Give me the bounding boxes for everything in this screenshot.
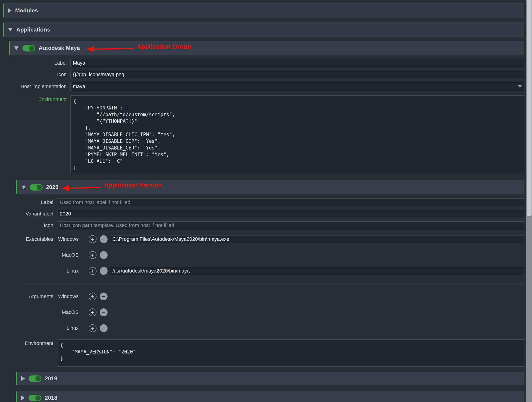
maya-group-fields: Label Icon Host implementation maya Envi…: [0, 59, 525, 174]
add-item-button[interactable]: +: [89, 267, 96, 275]
maya-enabled-toggle[interactable]: [22, 45, 35, 52]
version-icon-input[interactable]: [57, 221, 525, 229]
field-row-environment: Environment { "PYTHONPATH": [ "//path/to…: [0, 95, 525, 174]
version-header-2018[interactable]: 2018: [16, 391, 524, 402]
remove-item-button[interactable]: −: [100, 324, 108, 332]
field-row-label: Label: [0, 198, 525, 206]
toggle-knob: [35, 376, 41, 381]
version-2019-title: 2019: [45, 375, 57, 382]
version-label-input[interactable]: [57, 198, 525, 206]
version-2020-enabled-toggle[interactable]: [30, 184, 43, 191]
field-row-icon: Icon: [0, 71, 525, 78]
environment-label: Environment: [0, 95, 67, 102]
section-header-modules[interactable]: Modules: [3, 3, 524, 18]
host-implementation-value: maya: [73, 84, 518, 90]
icon-field-label: Icon: [0, 71, 67, 78]
environment-label: Environment: [0, 339, 53, 346]
variant-label-input[interactable]: [57, 210, 525, 218]
toggle-knob: [35, 395, 41, 401]
field-row-environment: Environment { "MAYA_VERSION": "2020" }: [0, 339, 525, 367]
add-item-button[interactable]: +: [89, 251, 96, 259]
executable-windows-input[interactable]: [110, 235, 525, 243]
toggle-knob: [29, 45, 34, 51]
version-2020-title: 2020: [46, 184, 59, 190]
applications-title: Applications: [16, 26, 50, 33]
arguments-linux-row: Linux + −: [0, 324, 525, 332]
executables-label: Executables: [0, 236, 53, 242]
chevron-down-icon[interactable]: [21, 186, 26, 189]
label-field-label: Label: [0, 60, 67, 66]
add-item-button[interactable]: +: [89, 308, 96, 316]
version-environment-json-editor[interactable]: { "MAYA_VERSION": "2020" }: [57, 339, 525, 367]
group-header-autodesk-maya[interactable]: Autodesk Maya: [9, 41, 524, 55]
linux-label: Linux: [53, 268, 79, 274]
remove-item-button[interactable]: −: [100, 308, 108, 316]
executables-windows-row: Executables Windows + −: [0, 235, 525, 243]
arguments-label: Arguments: [0, 293, 53, 299]
executables-macos-row: MacOS + −: [0, 251, 525, 259]
field-row-label: Label: [0, 59, 525, 67]
chevron-down-icon[interactable]: [8, 28, 13, 31]
modules-title: Modules: [15, 7, 38, 14]
version-2020-fields: Label Variant label Icon Executables Win…: [0, 198, 525, 367]
icon-field-label: Icon: [0, 222, 53, 228]
maya-label-input[interactable]: [70, 59, 525, 67]
version-2018-title: 2018: [45, 395, 57, 401]
dropdown-caret-icon: [518, 85, 522, 88]
host-implementation-select[interactable]: maya: [70, 82, 525, 91]
field-row-icon: Icon: [0, 221, 525, 229]
maya-environment-json-editor[interactable]: { "PYTHONPATH": [ "//path/to/custom/scri…: [70, 95, 525, 174]
chevron-right-icon[interactable]: [21, 376, 25, 381]
remove-item-button[interactable]: −: [100, 251, 108, 259]
version-2019-enabled-toggle[interactable]: [28, 375, 42, 382]
chevron-down-icon[interactable]: [14, 46, 19, 50]
version-header-2020[interactable]: 2020: [16, 180, 524, 194]
field-row-host-implementation: Host implementation maya: [0, 82, 525, 91]
windows-label: Windows: [53, 293, 79, 299]
remove-item-button[interactable]: −: [100, 292, 108, 300]
chevron-right-icon[interactable]: [21, 396, 25, 400]
version-header-2019[interactable]: 2019: [16, 372, 524, 385]
toggle-knob: [37, 185, 42, 190]
remove-item-button[interactable]: −: [100, 267, 108, 275]
section-divider: [24, 284, 525, 284]
maya-icon-input[interactable]: [70, 71, 525, 78]
scrollbar: [526, 0, 532, 402]
host-implementation-label: Host implementation: [0, 84, 67, 90]
linux-label: Linux: [53, 325, 79, 331]
add-item-button[interactable]: +: [89, 235, 96, 243]
executables-linux-row: Linux + −: [0, 267, 525, 275]
add-item-button[interactable]: +: [89, 324, 96, 332]
maya-group-title: Autodesk Maya: [39, 45, 80, 51]
arguments-macos-row: MacOS + −: [0, 308, 525, 316]
arguments-windows-row: Arguments Windows + −: [0, 292, 525, 300]
version-2018-enabled-toggle[interactable]: [28, 395, 42, 401]
windows-label: Windows: [53, 236, 79, 242]
chevron-right-icon[interactable]: [8, 8, 12, 13]
field-row-variant-label: Variant label: [0, 210, 525, 218]
executable-linux-input[interactable]: [110, 267, 525, 275]
section-header-applications[interactable]: Applications: [3, 23, 524, 37]
scrollbar-thumb[interactable]: [527, 0, 532, 216]
macos-label: MacOS: [53, 309, 79, 315]
remove-item-button[interactable]: −: [100, 235, 108, 243]
add-item-button[interactable]: +: [89, 292, 96, 300]
macos-label: MacOS: [53, 252, 79, 258]
settings-content: Modules Applications Autodesk Maya Label…: [0, 0, 526, 402]
variant-label-field-label: Variant label: [0, 211, 53, 217]
label-field-label: Label: [0, 199, 53, 205]
